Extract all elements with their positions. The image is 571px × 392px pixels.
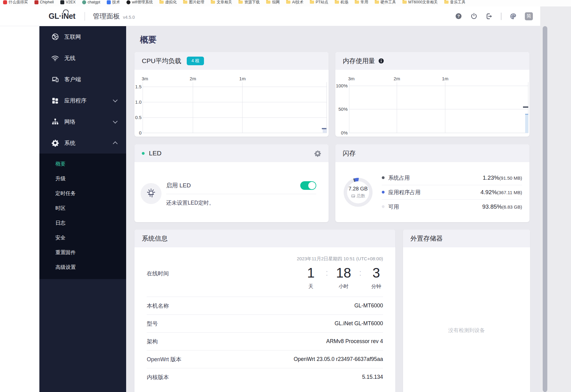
info-row-kernel: 内核版本 5.15.134 xyxy=(147,368,383,386)
sidebar-item-label: 互联网 xyxy=(64,33,81,41)
toggle-knob xyxy=(308,182,316,189)
legend-dot xyxy=(382,205,385,208)
legend-detail: (91.50 MB) xyxy=(499,175,522,181)
legend-label: 应用程序占用 xyxy=(388,189,421,196)
info-label: 型号 xyxy=(147,320,158,327)
wifi-arc-icon xyxy=(63,10,69,13)
svg-text:?: ? xyxy=(457,14,460,18)
info-value: 5.15.134 xyxy=(362,374,383,380)
flash-donut-chart: 7.28 GB 总数 xyxy=(344,178,373,207)
led-status-dot xyxy=(142,152,145,155)
bookmark-folder[interactable]: PT站点 xyxy=(310,0,328,5)
scrollbar[interactable] xyxy=(543,26,547,392)
mem-xtick: 3m xyxy=(348,76,355,81)
mem-ytick: 50% xyxy=(338,106,348,112)
info-value: OpenWrt 23.05.0 r23497-6637af95aa xyxy=(293,356,383,362)
submenu-item-security[interactable]: 安全 xyxy=(39,230,126,245)
mem-xtick: 2m xyxy=(394,76,400,81)
flash-storage-card: 闪存 7.28 GB 总数 xyxy=(335,144,529,222)
cpu-ytick: 0.5 xyxy=(135,115,142,120)
led-bulb-icon xyxy=(145,188,157,199)
bookmark-label: 资源下载 xyxy=(244,0,260,5)
bookmark-folder[interactable]: 虚拟化 xyxy=(159,0,177,5)
system-datetime: 2023年11月2日星期四 10:51 (UTC+08:00) xyxy=(147,247,383,262)
system-submenu: 概要 升级 定时任务 时区 日志 安全 重置固件 高级设置 xyxy=(39,154,126,279)
submenu-item-advanced[interactable]: 高级设置 xyxy=(39,260,126,275)
chevron-down-icon xyxy=(113,98,118,102)
bookmark-folder[interactable]: 组网 xyxy=(266,0,280,5)
bookmark-folder[interactable]: 图片处理 xyxy=(183,0,204,5)
flash-legend-row: 应用程序占用 4.92%(367.11 MB) xyxy=(382,185,522,200)
uptime-colon: : xyxy=(359,266,361,278)
legend-detail: (367.11 MB) xyxy=(497,190,522,195)
bookmark-item[interactable]: 什么值得买 xyxy=(3,0,28,5)
info-row-openwrt: OpenWrt 版本 OpenWrt 23.05.0 r23497-6637af… xyxy=(147,350,383,368)
wifi-icon xyxy=(51,54,59,62)
led-toggle[interactable] xyxy=(300,181,316,190)
bookmark-label: MT6000文章相关 xyxy=(408,0,438,5)
sidebar-item-internet[interactable]: 互联网 xyxy=(39,26,126,47)
sidebar-item-label: 系统 xyxy=(64,139,75,147)
language-badge[interactable]: 简 xyxy=(525,12,533,20)
enable-led-label: 启用 LED xyxy=(166,182,191,190)
cpu-current-area xyxy=(323,129,327,133)
bookmark-item[interactable]: Chiphell xyxy=(34,0,54,4)
sidebar-item-wireless[interactable]: 无线 xyxy=(39,47,126,69)
led-settings-gear-icon[interactable] xyxy=(314,150,321,157)
info-icon[interactable] xyxy=(378,58,384,64)
reboot-power-icon[interactable] xyxy=(470,13,477,20)
bookmark-folder[interactable]: 资源下载 xyxy=(238,0,260,5)
bookmark-folder[interactable]: 文章相关 xyxy=(211,0,232,5)
bookmark-folder[interactable]: MT6000文章相关 xyxy=(402,0,438,5)
bookmark-label: PT站点 xyxy=(316,0,328,5)
bookmark-label: V2EX xyxy=(66,0,76,4)
header-divider xyxy=(85,12,85,21)
folder-icon xyxy=(355,1,359,4)
sidebar-item-label: 客户端 xyxy=(64,76,81,83)
bookmark-folder[interactable]: 机场 xyxy=(335,0,348,5)
bookmark-item[interactable]: wifi管理系统 xyxy=(126,0,153,5)
cpu-load-chart: 1.5 1.0 0.5 0 3m 2m 1m xyxy=(134,70,329,136)
mem-xtick: 1m xyxy=(442,76,449,81)
bookmark-item[interactable]: 技术 xyxy=(107,0,120,5)
submenu-item-scheduled-tasks[interactable]: 定时任务 xyxy=(39,186,126,201)
disk-icon xyxy=(351,194,355,198)
bookmark-label: 常用 xyxy=(361,0,368,5)
submenu-item-upgrade[interactable]: 升级 xyxy=(39,171,126,186)
sidebar-item-clients[interactable]: 客户端 xyxy=(39,69,126,90)
cpu-cores-badge: 4 核 xyxy=(187,57,204,65)
legend-label: 可用 xyxy=(388,203,399,210)
theme-palette-icon[interactable] xyxy=(509,13,517,20)
page-gutter xyxy=(540,6,571,392)
version-label: v4.5.0 xyxy=(123,13,135,20)
bookmark-item[interactable]: chatgpt xyxy=(82,0,100,4)
bookmark-folder[interactable]: 音乐工具 xyxy=(444,0,465,5)
flash-legend-row: 可用 93.85%(6.83 GB) xyxy=(382,200,522,214)
submenu-label: 高级设置 xyxy=(55,264,76,271)
info-value: ARMv8 Processor rev 4 xyxy=(326,338,383,345)
folder-icon xyxy=(159,1,164,4)
legend-dot xyxy=(382,176,385,179)
submenu-item-overview[interactable]: 概要 xyxy=(39,157,126,171)
sidebar-item-system[interactable]: 系统 xyxy=(39,132,126,154)
folder-icon xyxy=(375,1,379,4)
system-info-title: 系统信息 xyxy=(142,234,168,243)
bookmark-folder[interactable]: 常用 xyxy=(355,0,368,5)
bookmark-item[interactable]: V2EX xyxy=(60,0,76,4)
cpu-xtick: 1m xyxy=(239,76,246,81)
submenu-item-logs[interactable]: 日志 xyxy=(39,216,126,230)
no-device-message: 没有检测到设备 xyxy=(403,327,530,334)
bookmark-label: AI技术 xyxy=(292,0,303,5)
led-card-title: LED xyxy=(149,150,162,157)
bookmark-folder[interactable]: AI技术 xyxy=(286,0,303,5)
bookmark-folder[interactable]: 硬件工具 xyxy=(375,0,396,5)
memory-card-title: 内存使用量 xyxy=(343,57,375,65)
submenu-label: 安全 xyxy=(55,234,66,241)
bookmark-label: 机场 xyxy=(341,0,348,5)
sidebar-item-network[interactable]: 网络 xyxy=(39,111,126,132)
sidebar-item-applications[interactable]: 应用程序 xyxy=(39,90,126,111)
submenu-item-timezone[interactable]: 时区 xyxy=(39,201,126,216)
help-icon[interactable]: ? xyxy=(455,13,462,20)
submenu-item-reset-firmware[interactable]: 重置固件 xyxy=(39,245,126,260)
logout-icon[interactable] xyxy=(485,13,493,20)
